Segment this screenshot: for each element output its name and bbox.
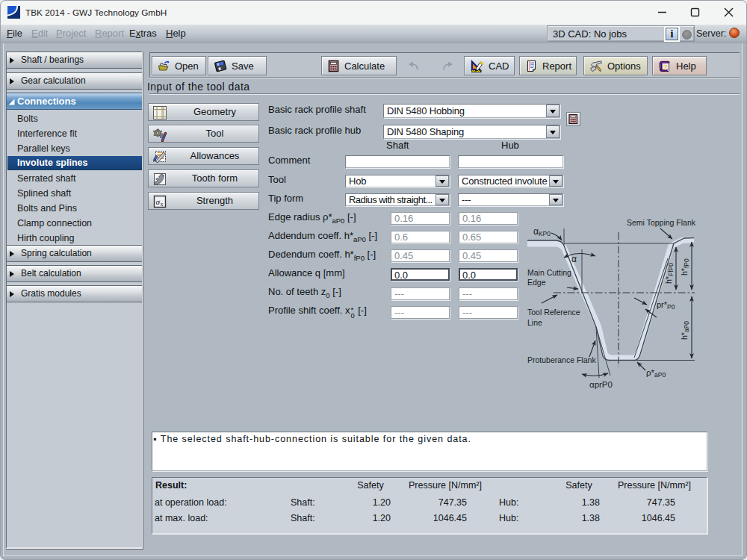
- svg-text:αKP0: αKP0: [533, 226, 551, 237]
- svg-text:h*fP0: h*fP0: [680, 258, 690, 276]
- svg-text:Tool Reference: Tool Reference: [527, 308, 580, 317]
- svg-text:Edge: Edge: [527, 278, 546, 287]
- svg-text:α: α: [571, 254, 577, 264]
- svg-text:αprP0: αprP0: [589, 380, 613, 389]
- svg-text:Protuberance Flank: Protuberance Flank: [527, 355, 596, 364]
- svg-text:h*aP0: h*aP0: [680, 321, 690, 340]
- svg-text:Line: Line: [527, 318, 542, 327]
- svg-text:Main Cutting: Main Cutting: [527, 268, 571, 277]
- svg-text:?: ?: [663, 62, 668, 71]
- svg-text:x: x: [161, 201, 164, 208]
- svg-text:pr*P0: pr*P0: [657, 300, 675, 311]
- svg-text:Semi Topping Flank: Semi Topping Flank: [627, 218, 696, 227]
- svg-text:ρ*aP0: ρ*aP0: [646, 368, 666, 379]
